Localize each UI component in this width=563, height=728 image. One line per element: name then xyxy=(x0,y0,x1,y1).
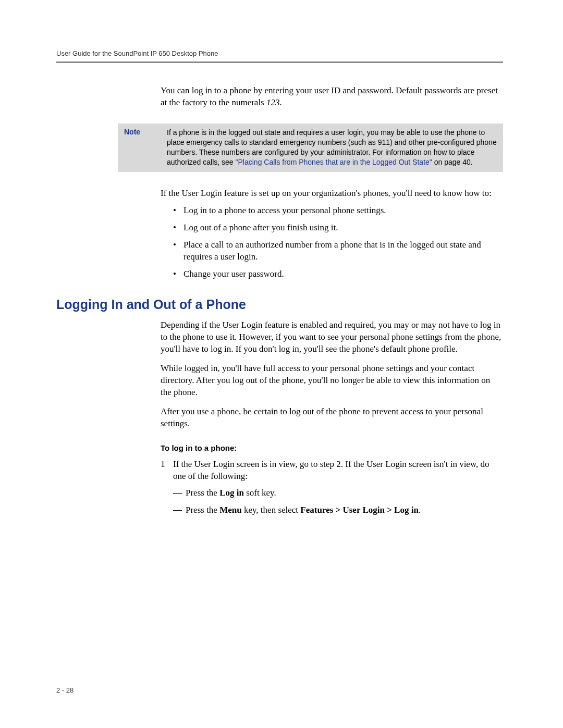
dash-icon: — xyxy=(173,504,186,516)
list-item: • Place a call to an authorized number f… xyxy=(161,239,503,263)
section-paragraph: Depending if the User Login feature is e… xyxy=(161,319,503,355)
note-callout: Note If a phone is in the logged out sta… xyxy=(118,124,503,172)
procedure-heading: To log in to a phone: xyxy=(161,443,503,452)
dash-icon: — xyxy=(173,487,186,499)
sub-step: — Press the Menu key, then select Featur… xyxy=(161,504,503,516)
numbered-step: 1 If the User Login screen is in view, g… xyxy=(161,459,503,483)
note-link[interactable]: "Placing Calls from Phones that are in t… xyxy=(236,158,432,166)
bullet-icon: • xyxy=(173,239,183,263)
section-paragraph: While logged in, you'll have full access… xyxy=(161,363,503,399)
page-header: User Guide for the SoundPoint IP 650 Des… xyxy=(56,50,503,63)
list-item: • Log in to a phone to access your perso… xyxy=(161,205,503,217)
bullet-list: • Log in to a phone to access your perso… xyxy=(161,205,503,280)
sub-step: — Press the Log in soft key. xyxy=(161,487,503,499)
section-paragraph: After you use a phone, be certain to log… xyxy=(161,406,503,430)
note-body: If a phone is in the logged out state an… xyxy=(167,128,497,167)
bullet-icon: • xyxy=(173,222,183,234)
body-paragraph: If the User Login feature is set up on y… xyxy=(161,188,503,200)
bullet-icon: • xyxy=(173,268,183,280)
header-title: User Guide for the SoundPoint IP 650 Des… xyxy=(56,50,218,57)
list-item: • Log out of a phone after you finish us… xyxy=(161,222,503,234)
bullet-icon: • xyxy=(173,205,183,217)
step-number: 1 xyxy=(161,459,173,483)
list-item: • Change your user password. xyxy=(161,268,503,280)
section-heading: Logging In and Out of a Phone xyxy=(56,297,503,312)
intro-paragraph: You can log in to a phone by entering yo… xyxy=(161,85,503,109)
note-label: Note xyxy=(124,128,167,167)
page-number: 2 - 28 xyxy=(56,686,74,694)
